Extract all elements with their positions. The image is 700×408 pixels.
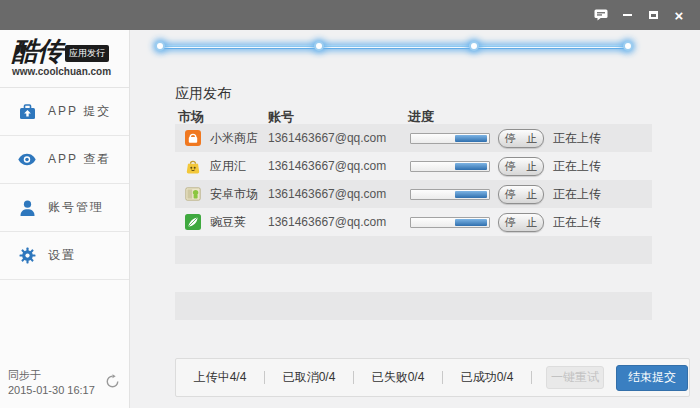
upload-status: 正在上传 xyxy=(553,130,601,147)
brand-name: 酷传 xyxy=(12,38,62,64)
footer-toolbar: 上传中4/4 已取消0/4 已失败0/4 已成功0/4 一键重试 结束提交 xyxy=(175,358,690,397)
table-row: 应用汇 1361463667@qq.com 停 止 正在上传 xyxy=(175,152,652,180)
close-icon[interactable]: × xyxy=(666,4,692,26)
market-app-icon xyxy=(185,130,201,146)
stop-button[interactable]: 停 止 xyxy=(498,185,544,204)
sidebar-item-label: 设置 xyxy=(48,247,76,264)
stat-succeeded: 已成功0/4 xyxy=(443,369,531,386)
account-email: 1361463667@qq.com xyxy=(268,131,410,145)
app-logo: 酷传 应用发行 www.coolchuan.com xyxy=(0,30,129,88)
market-app-icon xyxy=(185,214,201,230)
stop-button[interactable]: 停 止 xyxy=(498,213,544,232)
account-email: 1361463667@qq.com xyxy=(268,187,410,201)
progress-fill xyxy=(455,135,487,142)
progress-fill xyxy=(455,163,487,170)
progress-fill xyxy=(455,191,487,198)
refresh-icon[interactable] xyxy=(105,374,120,393)
stat-failed: 已失败0/4 xyxy=(354,369,442,386)
table-row: 豌豆荚 1361463667@qq.com 停 止 正在上传 xyxy=(175,208,652,236)
stepper-node-3 xyxy=(469,41,479,51)
stat-uploading: 上传中4/4 xyxy=(176,369,264,386)
upload-progress-bar xyxy=(410,189,490,200)
sync-status: 同步于 2015-01-30 16:17 xyxy=(0,368,130,398)
brand-badge: 应用发行 xyxy=(65,45,109,62)
sidebar-item-account-manage[interactable]: 账号管理 xyxy=(0,184,129,232)
sidebar: 酷传 应用发行 www.coolchuan.com APP 提交 APP 查看 xyxy=(0,30,130,408)
upload-status: 正在上传 xyxy=(553,158,601,175)
stepper-node-1 xyxy=(155,41,165,51)
upload-progress-bar xyxy=(410,161,490,172)
stop-button[interactable]: 停 止 xyxy=(498,129,544,148)
minimize-icon[interactable] xyxy=(614,4,640,26)
sync-timestamp: 2015-01-30 16:17 xyxy=(8,383,95,398)
empty-table-row xyxy=(175,264,652,292)
title-bar: × xyxy=(0,0,700,30)
upload-progress-bar xyxy=(410,217,490,228)
market-name: 豌豆荚 xyxy=(210,214,268,231)
sidebar-item-app-submit[interactable]: APP 提交 xyxy=(0,88,129,136)
sidebar-item-settings[interactable]: 设置 xyxy=(0,232,129,280)
stepper-node-4 xyxy=(623,41,633,51)
account-email: 1361463667@qq.com xyxy=(268,159,410,173)
market-name: 小米商店 xyxy=(210,130,268,147)
stop-button[interactable]: 停 止 xyxy=(498,157,544,176)
market-app-icon xyxy=(185,186,201,202)
stepper-node-2 xyxy=(314,41,324,51)
market-app-icon xyxy=(185,158,201,174)
briefcase-upload-icon xyxy=(18,103,36,121)
eye-icon xyxy=(18,151,36,169)
sidebar-item-label: 账号管理 xyxy=(48,199,104,216)
stat-divider xyxy=(531,371,532,384)
sync-label: 同步于 xyxy=(8,368,95,383)
empty-table-row xyxy=(175,292,652,320)
feedback-icon[interactable] xyxy=(588,4,614,26)
market-name: 安卓市场 xyxy=(210,186,268,203)
table-row: 安卓市场 1361463667@qq.com 停 止 正在上传 xyxy=(175,180,652,208)
finish-submit-button[interactable]: 结束提交 xyxy=(616,365,688,391)
market-name: 应用汇 xyxy=(210,158,268,175)
progress-stepper xyxy=(160,44,628,50)
progress-fill xyxy=(455,219,487,226)
user-icon xyxy=(18,199,36,217)
upload-status: 正在上传 xyxy=(553,186,601,203)
upload-status: 正在上传 xyxy=(553,214,601,231)
stat-cancelled: 已取消0/4 xyxy=(265,369,353,386)
sidebar-item-label: APP 提交 xyxy=(48,103,111,120)
table-body: 小米商店 1361463667@qq.com 停 止 正在上传 应用汇 1361… xyxy=(175,124,652,320)
table-row: 小米商店 1361463667@qq.com 停 止 正在上传 xyxy=(175,124,652,152)
stepper-line xyxy=(160,45,628,49)
sidebar-item-app-view[interactable]: APP 查看 xyxy=(0,136,129,184)
account-email: 1361463667@qq.com xyxy=(268,215,410,229)
gear-icon xyxy=(18,247,36,265)
upload-progress-bar xyxy=(410,133,490,144)
page-title: 应用发布 xyxy=(175,85,231,103)
main-panel: 应用发布 市场 账号 进度 小米商店 1361463667@qq.com 停 止… xyxy=(130,30,700,408)
empty-table-row xyxy=(175,236,652,264)
retry-all-button: 一键重试 xyxy=(546,366,604,389)
maximize-icon[interactable] xyxy=(640,4,666,26)
brand-website: www.coolchuan.com xyxy=(12,66,129,77)
sidebar-item-label: APP 查看 xyxy=(48,151,111,168)
